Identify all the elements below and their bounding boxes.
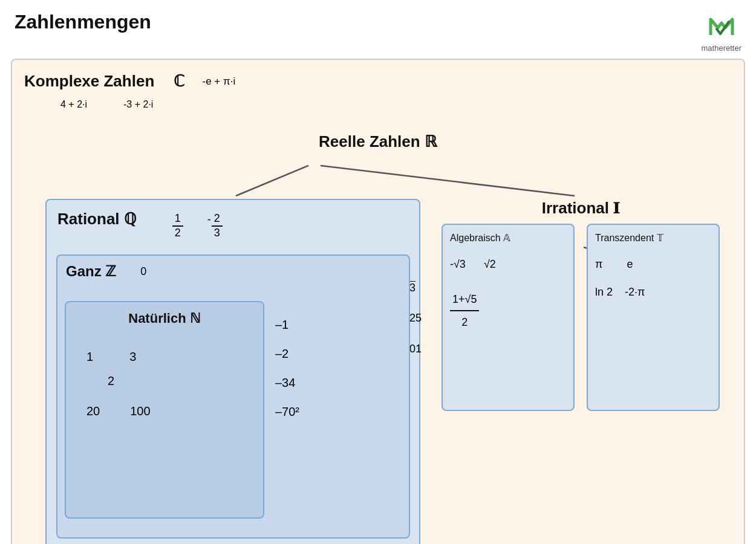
frac1-num: 1: [172, 212, 183, 227]
nat-100: 100: [130, 399, 150, 423]
komplexe-example: -e + π·i: [203, 76, 236, 88]
nat-20: 20: [86, 399, 100, 423]
komplexe-symbol: ℂ: [174, 72, 184, 91]
nat-2: 2: [108, 374, 114, 387]
komplexe-header: Komplexe Zahlen ℂ -e + π·i: [24, 72, 732, 91]
fraction-2-3: 2 3: [212, 212, 223, 239]
alg-sqrt-row: -√3 √2: [450, 253, 566, 275]
matheretter-logo-icon: [706, 11, 737, 42]
page-title: Zahlenmengen: [15, 11, 151, 33]
natuerlich-row-1: 1 3: [86, 345, 255, 369]
komplexe-ex1: 4 + 2·i: [60, 99, 87, 110]
ganz-num-4: –70²: [275, 397, 299, 426]
reelle-label: Reelle Zahlen ℝ: [319, 132, 437, 151]
ganz-num-1: –1: [275, 310, 299, 339]
ganz-box: Ganz ℤ 0 –1 –2 –34 –70² Natürlich ℕ 1: [56, 254, 410, 539]
logo-text: matheretter: [702, 44, 741, 53]
golden-den: 2: [459, 311, 470, 333]
rational-label: Rational ℚ: [57, 210, 136, 228]
transzendent-examples: π e ln 2 -2·π: [595, 253, 711, 303]
irrational-label: Irrational 𝐈: [442, 199, 720, 218]
trans-e: e: [627, 253, 633, 275]
reelle-section: Reelle Zahlen ℝ: [319, 132, 437, 151]
ganz-header: Ganz ℤ 0: [66, 263, 400, 280]
nat-3: 3: [129, 345, 136, 369]
alg-ex2: √2: [484, 253, 496, 275]
trans-row-1: π e: [595, 253, 711, 275]
frac1-den: 2: [172, 227, 183, 240]
transzendent-box: Transzendent 𝕋 π e ln 2 -2·π: [587, 224, 720, 411]
fraction-1-2: 1 2: [172, 212, 183, 239]
algebraisch-examples: -√3 √2 1+√5 2: [450, 253, 566, 333]
komplexe-text: Komplexe Zahlen: [24, 72, 154, 91]
natuerlich-numbers: 1 3 2 20 100: [74, 345, 255, 423]
trans-pi: π: [595, 253, 602, 275]
komplexe-ex2: -3 + 2·i: [123, 99, 153, 110]
svg-line-0: [236, 166, 308, 196]
komplexe-label: Komplexe Zahlen ℂ: [24, 72, 184, 91]
logo-area: matheretter: [702, 11, 741, 53]
svg-line-1: [321, 166, 575, 196]
rational-box: Rational ℚ 1 2 - 2 3 3,3 2,25 0,0: [45, 199, 420, 544]
golden-ratio: 1+√5 2: [450, 288, 479, 333]
ganz-label: Ganz ℤ: [66, 263, 116, 280]
main-container: Komplexe Zahlen ℂ -e + π·i 4 + 2·i -3 + …: [11, 59, 745, 544]
trans-row-2: ln 2 -2·π: [595, 281, 711, 303]
page-header: Zahlenmengen matheretter: [0, 0, 756, 59]
natuerlich-row-3: 20 100: [86, 399, 255, 423]
ganz-num-2: –2: [275, 339, 299, 368]
algebraisch-label: Algebraisch 𝔸: [450, 232, 566, 244]
natuerlich-row-2: 2: [108, 369, 255, 393]
transzendent-label: Transzendent 𝕋: [595, 232, 711, 244]
trans-ln2: ln 2: [595, 281, 613, 303]
ganz-zero: 0: [140, 265, 146, 278]
golden-num: 1+√5: [450, 288, 479, 311]
natuerlich-box: Natürlich ℕ 1 3 2 20 100: [65, 301, 264, 519]
natuerlich-label: Natürlich ℕ: [74, 311, 255, 326]
alg-golden: 1+√5 2: [450, 283, 566, 333]
algebraisch-box: Algebraisch 𝔸 -√3 √2 1+√5 2: [442, 224, 575, 411]
frac2-neg: -: [207, 213, 211, 226]
alg-ex1: -√3: [450, 253, 466, 275]
ganz-right-numbers: –1 –2 –34 –70²: [275, 310, 299, 426]
rational-fractions: 1 2 - 2 3: [172, 212, 223, 239]
rational-header: Rational ℚ 1 2 - 2 3: [57, 210, 408, 239]
irrational-box: Irrational 𝐈 Algebraisch 𝔸 -√3 √2 1+√5: [442, 199, 720, 483]
neg-fraction-2-3: - 2 3: [207, 212, 223, 239]
nat-1: 1: [86, 345, 93, 369]
ganz-num-3: –34: [275, 368, 299, 397]
irrational-subboxes: Algebraisch 𝔸 -√3 √2 1+√5 2: [442, 224, 720, 411]
komplexe-examples: 4 + 2·i -3 + 2·i: [60, 99, 732, 110]
trans-neg2pi: -2·π: [625, 281, 645, 303]
